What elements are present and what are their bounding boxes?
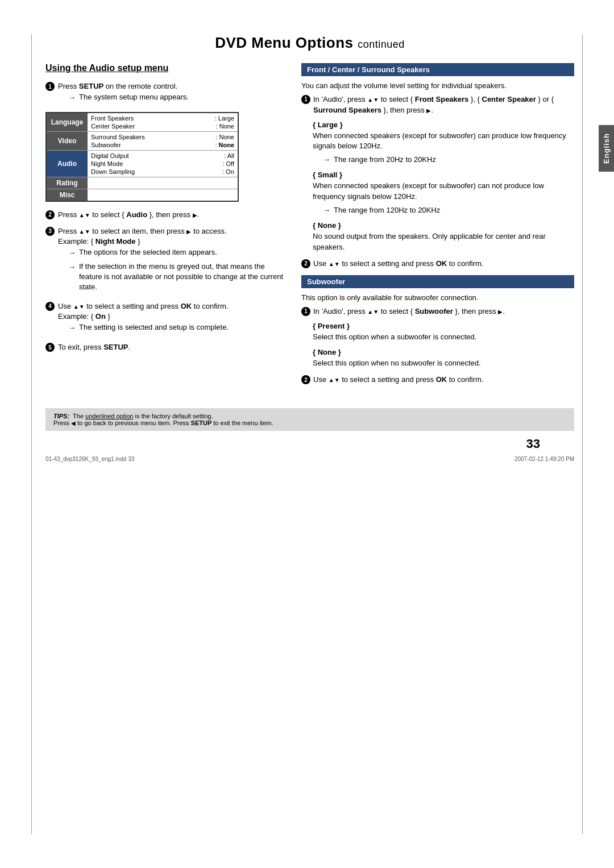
present-heading: { Present } <box>313 322 574 330</box>
page-title: DVD Menu Options continued <box>45 34 574 52</box>
step-1-text: Press SETUP on the remote control. → The… <box>58 81 284 106</box>
present-section: { Present } Select this option when a su… <box>313 322 574 343</box>
fcs-step-1: 1 In 'Audio', press ▲▼ to select { Front… <box>301 94 574 116</box>
fcs-step-2-text: Use ▲▼ to select a setting and press OK … <box>313 259 574 269</box>
menu-item-subwoofer-v: Subwoofer : None <box>91 141 234 149</box>
menu-row-language: Language Front Speakers : Large Center S… <box>47 113 238 131</box>
english-tab: English <box>599 125 614 172</box>
tips-label: TIPS: <box>53 413 69 420</box>
step-4-number: 4 <box>45 302 55 311</box>
subwoofer-header: Subwoofer <box>301 275 574 288</box>
menu-row-misc: Misc <box>47 189 238 201</box>
menu-item-center-speaker: Center Speaker : None <box>91 122 234 130</box>
right-arrow-s1: ▶ <box>498 309 503 315</box>
arrow-icon-4: → <box>68 323 76 334</box>
arrow-icon-large: → <box>323 155 330 164</box>
sub-step-1-text: In 'Audio', press ▲▼ to select { Subwoof… <box>313 306 574 317</box>
menu-items-audio: Digital Output : All Night Mode : Off Do… <box>88 151 238 177</box>
small-arrow: → The range from 120Hz to 20KHz <box>323 205 574 215</box>
menu-cat-language: Language <box>47 113 88 131</box>
setup-menu: Language Front Speakers : Large Center S… <box>45 112 239 202</box>
menu-row-video: Video Surround Speakers : None Subwoofer… <box>47 131 238 150</box>
down-arrow-r1: ▼ <box>373 97 379 103</box>
none-heading-sub: { None } <box>313 348 574 356</box>
step-5-text: To exit, press SETUP. <box>58 342 284 353</box>
subwoofer-section: Subwoofer This option is only available … <box>301 275 574 385</box>
down-arrow: ▼ <box>85 212 90 218</box>
small-desc: When connected speakers (except for subw… <box>313 181 574 202</box>
menu-items-rating <box>88 177 238 189</box>
step-1-number: 1 <box>45 82 55 91</box>
up-arrow: ▲ <box>79 212 85 218</box>
menu-item-down-sampling: Down Sampling : On <box>91 168 234 176</box>
none-heading-fcs: { None } <box>313 221 574 230</box>
sub-step-2-text: Use ▲▼ to select a setting and press OK … <box>313 375 574 385</box>
footer-right: 2007-02-12 1:49:20 PM <box>515 456 574 462</box>
down-arrow-r2: ▼ <box>334 261 340 267</box>
page-number: 33 <box>45 437 574 451</box>
step-1: 1 Press SETUP on the remote control. → T… <box>45 81 284 106</box>
none-section-fcs: { None } No sound output from the speake… <box>313 221 574 253</box>
small-section: { Small } When connected speakers (excep… <box>313 171 574 215</box>
arrow-icon-2: → <box>68 248 76 259</box>
step-3-number: 3 <box>45 227 55 236</box>
up-arrow-3: ▲ <box>73 304 79 310</box>
subwoofer-intro: This option is only available for subwoo… <box>301 293 574 304</box>
right-arrow-r1: ▶ <box>426 107 431 114</box>
tips-underline: underlined option <box>85 413 133 420</box>
none-desc-sub: Select this option when no subwoofer is … <box>313 358 574 369</box>
menu-cat-rating: Rating <box>47 177 88 189</box>
fcs-step-1-num: 1 <box>301 95 310 104</box>
down-arrow-2: ▼ <box>85 229 90 235</box>
step-2-text: Press ▲▼ to select { Audio }, then press… <box>58 210 284 221</box>
tips-line2: Press ◀ to go back to previous menu item… <box>53 420 273 426</box>
menu-row-audio: Audio Digital Output : All Night Mode : … <box>47 150 238 177</box>
down-arrow-s2: ▼ <box>334 377 340 383</box>
step-5: 5 To exit, press SETUP. <box>45 342 284 353</box>
menu-items-misc <box>88 189 238 201</box>
menu-item-night-mode: Night Mode : Off <box>91 160 234 168</box>
arrow-icon: → <box>68 93 76 103</box>
step-1-arrow: → The system setup menu appears. <box>68 92 284 103</box>
step-5-number: 5 <box>45 343 55 352</box>
menu-cat-audio: Audio <box>47 151 88 177</box>
up-arrow-2: ▲ <box>79 229 85 235</box>
left-arrow-tips: ◀ <box>71 420 76 426</box>
menu-item-surround-speakers: Surround Speakers : None <box>91 133 234 141</box>
step-4-text: Use ▲▼ to select a setting and press OK … <box>58 301 284 337</box>
down-arrow-s1: ▼ <box>373 309 379 315</box>
footer: 01-43_dvp3126K_93_eng1.indd 33 2007-02-1… <box>45 456 574 462</box>
footer-left: 01-43_dvp3126K_93_eng1.indd 33 <box>45 456 134 462</box>
sub-step-2: 2 Use ▲▼ to select a setting and press O… <box>301 375 574 385</box>
tips-line1: The underlined option is the factory def… <box>73 413 213 420</box>
none-desc-fcs: No sound output from the speakers. Only … <box>313 231 574 253</box>
large-heading: { Large } <box>313 121 574 129</box>
fcs-step-2: 2 Use ▲▼ to select a setting and press O… <box>301 259 574 269</box>
step-2: 2 Press ▲▼ to select { Audio }, then pre… <box>45 210 284 221</box>
down-arrow-3: ▼ <box>79 304 85 310</box>
menu-row-rating: Rating <box>47 177 238 189</box>
step-3: 3 Press ▲▼ to select an item, then press… <box>45 226 284 296</box>
up-arrow-r1: ▲ <box>367 97 373 103</box>
right-arrow: ▶ <box>193 212 197 218</box>
left-column: Using the Audio setup menu 1 Press SETUP… <box>45 63 284 391</box>
menu-item-front-speakers: Front Speakers : Large <box>91 114 234 122</box>
sub-step-1-num: 1 <box>301 307 310 316</box>
menu-cat-misc: Misc <box>47 189 88 201</box>
step-4: 4 Use ▲▼ to select a setting and press O… <box>45 301 284 337</box>
step-3-text: Press ▲▼ to select an item, then press ▶… <box>58 226 284 296</box>
present-desc: Select this option when a subwoofer is c… <box>313 332 574 343</box>
content-columns: Using the Audio setup menu 1 Press SETUP… <box>45 63 574 391</box>
section-heading: Using the Audio setup menu <box>45 63 284 73</box>
sub-step-2-num: 2 <box>301 375 310 384</box>
fcs-step-1-text: In 'Audio', press ▲▼ to select { Front S… <box>313 94 574 116</box>
menu-items-language: Front Speakers : Large Center Speaker : … <box>88 113 238 131</box>
up-arrow-r2: ▲ <box>329 261 334 267</box>
sub-step-1: 1 In 'Audio', press ▲▼ to select { Subwo… <box>301 306 574 317</box>
page: English DVD Menu Options continued Using… <box>0 0 614 868</box>
up-arrow-s2: ▲ <box>329 377 334 383</box>
fcs-step-2-num: 2 <box>301 259 310 268</box>
menu-items-video: Surround Speakers : None Subwoofer : Non… <box>88 132 238 150</box>
front-center-surround-header: Front / Center / Surround Speakers <box>301 63 574 76</box>
tips-box: TIPS: The underlined option is the facto… <box>45 408 574 431</box>
